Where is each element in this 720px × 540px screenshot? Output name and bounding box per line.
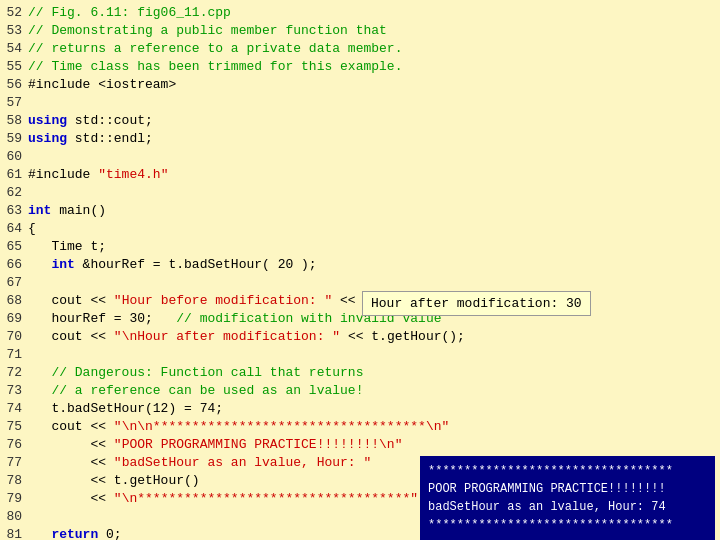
code-line: 69 hourRef = 30; // modification with in… [0, 310, 720, 328]
line-number: 65 [0, 238, 28, 256]
code-line: 70 cout << "\nHour after modification: "… [0, 328, 720, 346]
output-line: ********************************** [428, 516, 707, 534]
line-content: cout << "\n\n***************************… [28, 418, 449, 436]
line-number: 66 [0, 256, 28, 274]
tooltip-text: Hour after modification: 30 [371, 296, 582, 311]
code-line: 59using std::endl; [0, 130, 720, 148]
line-content: // a reference can be used as an lvalue! [28, 382, 363, 400]
code-line: 64{ [0, 220, 720, 238]
line-content: using std::cout; [28, 112, 153, 130]
code-line: 56#include <iostream> [0, 76, 720, 94]
line-number: 53 [0, 22, 28, 40]
line-content: // Time class has been trimmed for this … [28, 58, 402, 76]
line-number: 72 [0, 364, 28, 382]
code-line: 76 << "POOR PROGRAMMING PRACTICE!!!!!!!!… [0, 436, 720, 454]
code-line: 52// Fig. 6.11: fig06_11.cpp [0, 4, 720, 22]
code-line: 67 [0, 274, 720, 292]
code-line: 73 // a reference can be used as an lval… [0, 382, 720, 400]
line-number: 69 [0, 310, 28, 328]
code-line: 54// returns a reference to a private da… [0, 40, 720, 58]
line-content: // Demonstrating a public member functio… [28, 22, 387, 40]
code-line: 60 [0, 148, 720, 166]
line-content: Time t; [28, 238, 106, 256]
line-number: 54 [0, 40, 28, 58]
line-number: 80 [0, 508, 28, 526]
line-number: 60 [0, 148, 28, 166]
line-number: 61 [0, 166, 28, 184]
line-number: 64 [0, 220, 28, 238]
code-line: 75 cout << "\n\n************************… [0, 418, 720, 436]
code-line: 72 // Dangerous: Function call that retu… [0, 364, 720, 382]
tooltip-bubble: Hour after modification: 30 [362, 291, 591, 316]
line-number: 76 [0, 436, 28, 454]
line-content: return 0; [28, 526, 122, 540]
output-line: POOR PROGRAMMING PRACTICE!!!!!!!! [428, 480, 707, 498]
line-content: // Dangerous: Function call that returns [28, 364, 363, 382]
line-content: // Fig. 6.11: fig06_11.cpp [28, 4, 231, 22]
line-number: 70 [0, 328, 28, 346]
code-line: 66 int &hourRef = t.badSetHour( 20 ); [0, 256, 720, 274]
line-number: 68 [0, 292, 28, 310]
line-number: 77 [0, 454, 28, 472]
line-content: #include <iostream> [28, 76, 176, 94]
code-line: 71 [0, 346, 720, 364]
line-number: 81 [0, 526, 28, 540]
line-content: int main() [28, 202, 106, 220]
line-number: 57 [0, 94, 28, 112]
line-number: 55 [0, 58, 28, 76]
code-line: 63int main() [0, 202, 720, 220]
line-content: t.badSetHour(12) = 74; [28, 400, 223, 418]
line-number: 63 [0, 202, 28, 220]
line-number: 73 [0, 382, 28, 400]
line-content: << "badSetHour as an lvalue, Hour: " [28, 454, 371, 472]
code-line: 61#include "time4.h" [0, 166, 720, 184]
line-content: // returns a reference to a private data… [28, 40, 402, 58]
code-line: 65 Time t; [0, 238, 720, 256]
line-content: cout << "\nHour after modification: " <<… [28, 328, 465, 346]
line-number: 74 [0, 400, 28, 418]
line-number: 79 [0, 490, 28, 508]
line-content: int &hourRef = t.badSetHour( 20 ); [28, 256, 317, 274]
line-number: 58 [0, 112, 28, 130]
code-line: 57 [0, 94, 720, 112]
line-content: << "POOR PROGRAMMING PRACTICE!!!!!!!!\n" [28, 436, 402, 454]
line-number: 62 [0, 184, 28, 202]
line-number: 75 [0, 418, 28, 436]
line-number: 52 [0, 4, 28, 22]
code-line: 74 t.badSetHour(12) = 74; [0, 400, 720, 418]
line-number: 67 [0, 274, 28, 292]
output-line: ********************************** [428, 462, 707, 480]
code-line: 62 [0, 184, 720, 202]
code-line: 68 cout << "Hour before modification: " … [0, 292, 720, 310]
line-number: 56 [0, 76, 28, 94]
output-line: badSetHour as an lvalue, Hour: 74 [428, 498, 707, 516]
line-content: #include "time4.h" [28, 166, 168, 184]
line-number: 59 [0, 130, 28, 148]
code-line: 58using std::cout; [0, 112, 720, 130]
line-content: << t.getHour() [28, 472, 200, 490]
output-box: **********************************POOR P… [420, 456, 715, 540]
line-content: { [28, 220, 36, 238]
line-content: using std::endl; [28, 130, 153, 148]
code-line: 53// Demonstrating a public member funct… [0, 22, 720, 40]
line-number: 78 [0, 472, 28, 490]
line-number: 71 [0, 346, 28, 364]
code-line: 55// Time class has been trimmed for thi… [0, 58, 720, 76]
